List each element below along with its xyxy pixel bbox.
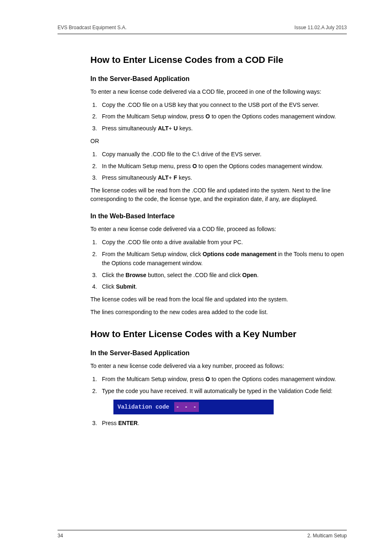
- text: keys.: [178, 125, 193, 132]
- document-page: EVS Broadcast Equipment S.A. Issue 11.02…: [0, 0, 392, 555]
- page-footer: 34 2. Multicam Setup: [58, 530, 347, 539]
- list-item: Click the Browse button, select the .COD…: [99, 271, 347, 280]
- paragraph: To enter a new license code delivered vi…: [90, 362, 347, 370]
- text: +: [168, 174, 173, 181]
- text: to open the Options codes management win…: [210, 113, 336, 120]
- text: From the Multicam Setup window, press: [102, 376, 205, 382]
- list-item: From the Multicam Setup window, press O …: [99, 112, 347, 121]
- ordered-list: From the Multicam Setup window, press O …: [99, 375, 347, 428]
- bold-text: U: [173, 125, 178, 132]
- text: Press: [102, 420, 118, 426]
- bold-text: Submit: [116, 283, 135, 290]
- text: Press simultaneously: [102, 174, 158, 181]
- validation-code-label: Validation code: [118, 402, 169, 412]
- paragraph: The lines corresponding to the new codes…: [90, 308, 347, 317]
- bold-text: ENTER: [118, 420, 138, 426]
- page-content: How to Enter License Codes from a COD Fi…: [90, 55, 347, 428]
- text: Click: [102, 283, 116, 290]
- text: Press simultaneously: [102, 125, 158, 132]
- list-item: Press ENTER.: [99, 419, 347, 428]
- text: keys.: [177, 174, 192, 181]
- subsection-heading: In the Web-Based Interface: [90, 213, 347, 220]
- text: to open the Options codes management win…: [197, 163, 323, 169]
- list-item: Copy the .COD file on a USB key that you…: [99, 100, 347, 109]
- paragraph: To enter a new license code delivered vi…: [90, 225, 347, 234]
- ordered-list: Copy the .COD file onto a drive availabl…: [99, 238, 347, 291]
- footer-section: 2. Multicam Setup: [307, 533, 347, 539]
- text: .: [257, 272, 258, 278]
- header-left: EVS Broadcast Equipment S.A.: [58, 25, 127, 30]
- text: From the Multicam Setup window, click: [102, 251, 203, 257]
- bold-text: F: [173, 174, 177, 181]
- list-item: Copy the .COD file onto a drive availabl…: [99, 238, 347, 247]
- list-item: Press simultaneously ALT+ U keys.: [99, 124, 347, 133]
- list-item: From the Multicam Setup window, click Op…: [99, 250, 347, 268]
- subsection-heading: In the Server-Based Application: [90, 75, 347, 83]
- list-item: Type the code you have received. It will…: [99, 386, 347, 415]
- ordered-list: Copy manually the .COD file to the C:\ d…: [99, 150, 347, 182]
- bold-text: Options code management: [203, 251, 277, 257]
- paragraph: The license codes will be read from the …: [90, 186, 347, 204]
- validation-code-field[interactable]: - - -: [174, 402, 199, 412]
- list-item: Click Submit.: [99, 282, 347, 291]
- text: .: [138, 420, 139, 426]
- text: button, select the .COD file and click: [146, 272, 242, 278]
- bold-text: Open: [242, 272, 257, 278]
- page-number: 34: [58, 533, 63, 539]
- bold-text: O: [192, 163, 197, 169]
- text: In the Multicam Setup menu, press: [102, 163, 192, 169]
- list-item: Press simultaneously ALT+ F keys.: [99, 173, 347, 182]
- bold-text: ALT: [158, 125, 168, 132]
- text: From the Multicam Setup window, press: [102, 113, 205, 120]
- bold-text: ALT: [158, 174, 168, 181]
- text: Type the code you have received. It will…: [102, 388, 332, 394]
- bold-text: Browse: [126, 272, 147, 278]
- paragraph: The license codes will be read from the …: [90, 295, 347, 304]
- header-right: Issue 11.02.A July 2013: [295, 25, 347, 30]
- validation-code-box: Validation code - - -: [113, 400, 274, 414]
- text: +: [168, 125, 173, 132]
- subsection-heading: In the Server-Based Application: [90, 349, 347, 357]
- paragraph: To enter a new license code delivered vi…: [90, 88, 347, 96]
- or-separator: OR: [90, 137, 347, 146]
- text: Click the: [102, 272, 126, 278]
- bold-text: O: [205, 113, 210, 120]
- bold-text: O: [205, 376, 210, 382]
- list-item: Copy manually the .COD file to the C:\ d…: [99, 150, 347, 159]
- list-item: In the Multicam Setup menu, press O to o…: [99, 162, 347, 171]
- section-heading: How to Enter License Codes from a COD Fi…: [90, 55, 347, 65]
- text: to open the Options codes management win…: [210, 376, 336, 382]
- section-heading: How to Enter License Codes with a Key Nu…: [90, 329, 347, 340]
- ordered-list: Copy the .COD file on a USB key that you…: [99, 100, 347, 133]
- list-item: From the Multicam Setup window, press O …: [99, 375, 347, 384]
- page-header: EVS Broadcast Equipment S.A. Issue 11.02…: [58, 25, 347, 34]
- text: .: [136, 283, 137, 290]
